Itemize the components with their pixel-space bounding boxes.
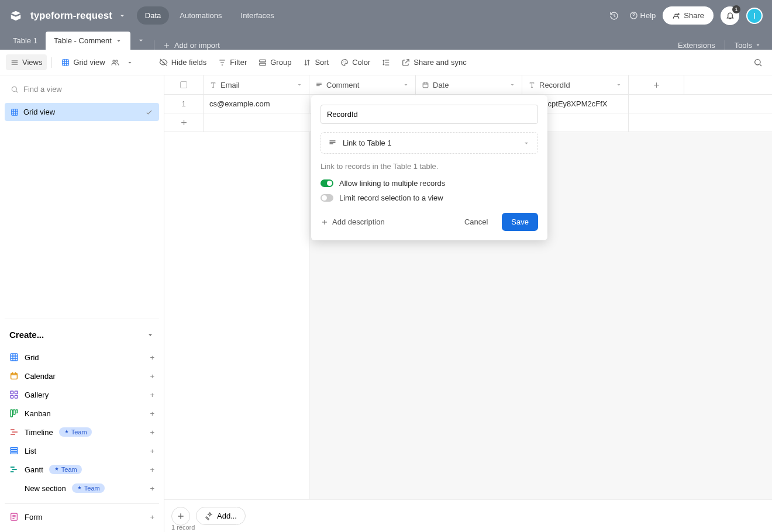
add-or-import-button[interactable]: Add or import xyxy=(157,41,226,50)
color-button[interactable]: Color xyxy=(336,54,375,70)
share-icon xyxy=(402,58,410,67)
create-item-kanban[interactable]: Kanban+ xyxy=(5,404,159,423)
check-icon xyxy=(145,108,153,116)
find-view-input[interactable]: Find a view xyxy=(5,81,159,97)
views-button[interactable]: Views xyxy=(6,54,47,70)
add-pill-button[interactable]: Add... xyxy=(196,507,246,525)
field-type-label: Link to Table 1 xyxy=(343,139,392,147)
avatar[interactable]: I xyxy=(746,8,763,24)
toggle-allow-multiple[interactable]: Allow linking to multiple records xyxy=(320,179,538,188)
add-description-button[interactable]: Add description xyxy=(320,217,385,226)
svg-rect-17 xyxy=(11,410,12,417)
view-label: Grid view xyxy=(23,108,55,116)
cancel-button[interactable]: Cancel xyxy=(455,213,497,231)
create-item-new-section[interactable]: New sectionTeam+ xyxy=(5,479,159,498)
add-record-round-button[interactable] xyxy=(171,507,190,526)
create-item-calendar[interactable]: Calendar+ xyxy=(5,367,159,385)
filter-button[interactable]: Filter xyxy=(213,54,251,70)
team-badge: Team xyxy=(49,465,82,474)
create-section: Create... Grid+Calendar+Gallery+Kanban+T… xyxy=(5,319,159,526)
cell-email[interactable]: cs@example.com xyxy=(204,95,309,113)
link-icon xyxy=(328,139,337,147)
share-button[interactable]: Share xyxy=(663,6,714,25)
form-icon xyxy=(9,512,19,521)
chevron-down-icon[interactable] xyxy=(509,81,516,88)
chevron-down-icon[interactable] xyxy=(115,37,122,44)
filter-icon xyxy=(218,58,226,67)
svg-rect-1 xyxy=(63,59,69,65)
svg-rect-24 xyxy=(423,82,428,87)
chevron-down-icon xyxy=(146,331,154,339)
toggle-switch-off[interactable] xyxy=(320,194,333,202)
create-item-label: Kanban xyxy=(25,409,51,418)
grid-view-button[interactable]: Grid view xyxy=(57,54,137,70)
create-header[interactable]: Create... xyxy=(5,326,159,343)
create-item-form[interactable]: Form + xyxy=(5,507,159,526)
add-pill-label: Add... xyxy=(217,512,237,520)
base-name[interactable]: typeform-request xyxy=(30,10,112,22)
table-tab-comment[interactable]: Table - Comment xyxy=(46,32,130,50)
tab-automations[interactable]: Automations xyxy=(171,6,230,25)
chevron-down-icon[interactable] xyxy=(126,59,133,66)
share-sync-button[interactable]: Share and sync xyxy=(397,54,471,70)
chevron-down-icon xyxy=(754,42,761,49)
view-toolbar: Views Grid view Hide fields Filter Group… xyxy=(0,50,772,75)
table-tab-1[interactable]: Table 1 xyxy=(5,32,46,50)
create-item-label: Timeline xyxy=(25,428,53,437)
toggle-limit-view[interactable]: Limit record selection to a view xyxy=(320,194,538,202)
help-button[interactable]: Help xyxy=(629,11,656,20)
sort-button[interactable]: Sort xyxy=(298,54,333,70)
chevron-down-icon[interactable] xyxy=(118,12,126,20)
col-header-recordid[interactable]: RecordId xyxy=(522,75,629,94)
hide-fields-button[interactable]: Hide fields xyxy=(154,54,212,70)
col-label: Date xyxy=(433,81,449,89)
divider xyxy=(725,40,725,50)
plus-icon xyxy=(652,81,661,89)
color-icon xyxy=(340,58,349,67)
create-item-timeline[interactable]: TimelineTeam+ xyxy=(5,423,159,441)
notifications-button[interactable]: 1 xyxy=(721,6,739,25)
menu-icon xyxy=(11,58,19,67)
toggle-switch-on[interactable] xyxy=(320,179,333,187)
team-badge: Team xyxy=(59,427,92,437)
col-header-email[interactable]: Email xyxy=(204,75,309,94)
search-icon xyxy=(11,85,19,94)
tab-interfaces[interactable]: Interfaces xyxy=(233,6,282,25)
chevron-down-icon[interactable] xyxy=(296,81,303,88)
tab-data[interactable]: Data xyxy=(137,6,169,25)
row-height-button[interactable] xyxy=(377,55,395,70)
group-button[interactable]: Group xyxy=(254,54,296,70)
tools-button[interactable]: Tools xyxy=(735,41,761,50)
create-item-gantt[interactable]: GanttTeam+ xyxy=(5,460,159,479)
field-name-input[interactable] xyxy=(320,105,538,124)
svg-rect-2 xyxy=(260,60,266,62)
svg-rect-20 xyxy=(11,448,18,450)
col-header-add[interactable] xyxy=(629,75,684,94)
plus-icon: + xyxy=(150,465,154,474)
grid-whitebg xyxy=(164,132,309,532)
save-button[interactable]: Save xyxy=(502,213,538,231)
chevron-down-icon[interactable] xyxy=(615,81,622,88)
plus-icon: + xyxy=(150,484,154,493)
create-item-label: Gantt xyxy=(25,465,43,474)
create-item-list[interactable]: List+ xyxy=(5,441,159,460)
table-tabs-dropdown[interactable] xyxy=(130,31,151,50)
extensions-button[interactable]: Extensions xyxy=(678,41,715,50)
create-item-gallery[interactable]: Gallery+ xyxy=(5,385,159,404)
history-icon[interactable] xyxy=(606,8,622,24)
chevron-down-icon[interactable] xyxy=(402,81,409,88)
add-row-button[interactable] xyxy=(164,113,204,132)
add-or-import-label: Add or import xyxy=(174,41,220,50)
sort-icon xyxy=(303,58,311,67)
svg-rect-14 xyxy=(15,391,18,394)
col-header-date[interactable]: Date xyxy=(416,75,522,94)
search-icon[interactable] xyxy=(750,54,766,71)
create-item-grid[interactable]: Grid+ xyxy=(5,348,159,367)
col-header-select[interactable] xyxy=(164,75,204,94)
spacer xyxy=(5,121,159,319)
add-description-label: Add description xyxy=(332,217,385,226)
field-type-select[interactable]: Link to Table 1 xyxy=(320,132,538,154)
airtable-logo-icon[interactable] xyxy=(9,9,23,23)
col-header-comment[interactable]: Comment xyxy=(309,75,416,94)
sidebar-view-grid[interactable]: Grid view xyxy=(5,103,159,121)
